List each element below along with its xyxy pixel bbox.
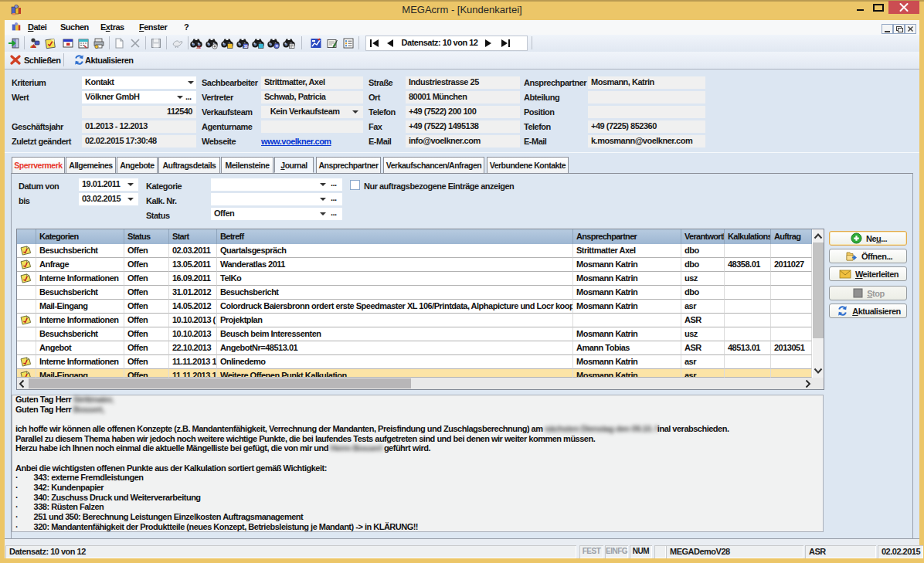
svg-text:10: 10 <box>244 44 248 49</box>
svg-text:.01: .01 <box>196 45 201 49</box>
